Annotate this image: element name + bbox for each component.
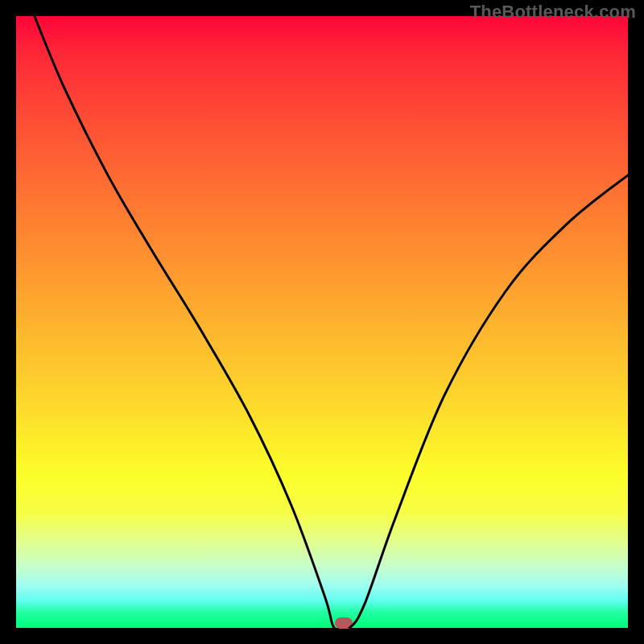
- chart-frame: TheBottleneck.com: [0, 0, 644, 644]
- watermark-text: TheBottleneck.com: [470, 2, 636, 23]
- plot-area: [16, 16, 628, 628]
- bottleneck-curve: [16, 16, 628, 628]
